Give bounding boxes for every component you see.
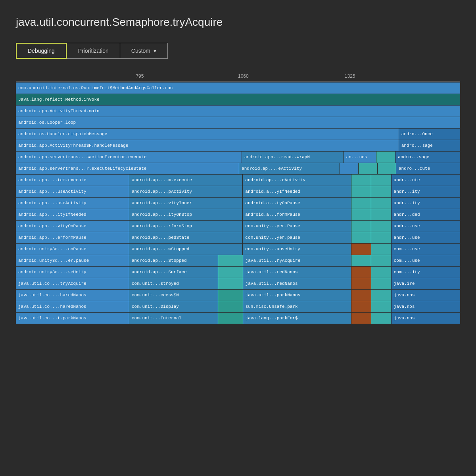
list-item[interactable]: Java.lang.reflect.Method.invoke xyxy=(16,94,460,105)
list-item[interactable] xyxy=(218,267,243,278)
list-item[interactable]: android.unity3d....er.pause xyxy=(16,255,129,266)
list-item[interactable]: com.unity...yer.pause xyxy=(243,232,351,243)
list-item[interactable]: com....use xyxy=(392,244,460,255)
list-item[interactable]: java.util.co....haredNanos xyxy=(16,301,129,312)
list-item[interactable]: java.ire xyxy=(392,278,460,289)
list-item[interactable] xyxy=(371,278,391,289)
list-item[interactable]: com.unit...stroyed xyxy=(129,278,218,289)
list-item[interactable]: android.app....vityOnPause xyxy=(16,221,129,232)
list-item[interactable] xyxy=(371,209,391,220)
list-item[interactable]: android.a...yIfNeeded xyxy=(243,186,351,197)
list-item[interactable] xyxy=(371,175,391,186)
list-item[interactable] xyxy=(351,313,371,324)
list-item[interactable] xyxy=(218,313,243,324)
list-item[interactable]: android.app.ActivityThread.main xyxy=(16,106,460,117)
list-item[interactable] xyxy=(371,290,391,301)
list-item[interactable]: andr...ded xyxy=(392,209,460,220)
list-item[interactable]: java.util...ryAcquire xyxy=(243,255,351,266)
list-item[interactable]: android.app.servertrans...sactionExecuto… xyxy=(16,152,242,163)
list-item[interactable]: android.a...tyOnPause xyxy=(243,198,351,209)
list-item[interactable]: andro...Once xyxy=(399,129,460,140)
list-item[interactable] xyxy=(371,255,391,266)
list-item[interactable] xyxy=(351,290,371,301)
list-item[interactable] xyxy=(371,232,391,243)
list-item[interactable]: android.app....erformPause xyxy=(16,232,129,243)
list-item[interactable]: com.android.internal.os.RuntimeInit$Meth… xyxy=(16,83,460,94)
list-item[interactable]: android.unity3d....onPause xyxy=(16,244,129,255)
list-item[interactable] xyxy=(378,163,396,174)
list-item[interactable]: sun.misc.Unsafe.park xyxy=(243,301,351,312)
list-item[interactable]: andr...use xyxy=(392,232,460,243)
tab-custom[interactable]: Custom ▾ xyxy=(120,43,168,59)
list-item[interactable]: android.ap....vityInner xyxy=(129,198,242,209)
list-item[interactable]: andr...ity xyxy=(392,186,460,197)
list-item[interactable] xyxy=(371,244,391,255)
list-item[interactable] xyxy=(351,209,371,220)
list-item[interactable]: an...nos xyxy=(344,152,376,163)
list-item[interactable] xyxy=(218,290,243,301)
list-item[interactable] xyxy=(351,175,371,186)
list-item[interactable]: com.unity...auseUnity xyxy=(243,244,351,255)
list-item[interactable]: android.app.ActivityThread$H.handleMessa… xyxy=(16,140,399,151)
list-item[interactable]: android.ap....m.execute xyxy=(129,175,242,186)
list-item[interactable] xyxy=(351,278,371,289)
list-item[interactable]: andro...sage xyxy=(395,152,460,163)
list-item[interactable]: java.util...parkNanos xyxy=(243,290,351,301)
list-item[interactable]: com.unit...Internal xyxy=(129,313,218,324)
list-item[interactable] xyxy=(351,255,371,266)
list-item[interactable]: android.app....ityIfNeeded xyxy=(16,209,129,220)
list-item[interactable] xyxy=(351,186,371,197)
list-item[interactable]: android.ap....pActivity xyxy=(129,186,242,197)
list-item[interactable]: android.ap....rformStop xyxy=(129,221,242,232)
list-item[interactable]: java.util.co...t.parkNanos xyxy=(16,313,129,324)
list-item[interactable]: com.unity...yer.Pause xyxy=(243,221,351,232)
list-item[interactable]: com....ity xyxy=(392,267,460,278)
tab-debugging[interactable]: Debugging xyxy=(16,43,67,59)
list-item[interactable] xyxy=(218,301,243,312)
list-item[interactable] xyxy=(351,301,371,312)
list-item[interactable]: android.os.Handler.dispatchMessage xyxy=(16,129,399,140)
list-item[interactable]: android.app...read.-wrapN xyxy=(242,152,344,163)
tab-prioritization[interactable]: Prioritization xyxy=(67,43,120,59)
list-item[interactable]: andro...cute xyxy=(396,163,460,174)
list-item[interactable]: android.unity3d....seUnity xyxy=(16,267,129,278)
list-item[interactable] xyxy=(371,301,391,312)
list-item[interactable]: andro...sage xyxy=(399,140,460,151)
list-item[interactable]: java.util.co....haredNanos xyxy=(16,290,129,301)
list-item[interactable] xyxy=(359,163,377,174)
list-item[interactable]: com.unit...ccess$N xyxy=(129,290,218,301)
list-item[interactable]: java.nos xyxy=(392,301,460,312)
list-item[interactable] xyxy=(371,313,391,324)
list-item[interactable] xyxy=(351,244,371,255)
list-item[interactable]: andr...ity xyxy=(392,198,460,209)
list-item[interactable] xyxy=(218,278,243,289)
list-item[interactable]: android.a...formPause xyxy=(243,209,351,220)
list-item[interactable] xyxy=(351,198,371,209)
list-item[interactable] xyxy=(371,198,391,209)
list-item[interactable] xyxy=(351,232,371,243)
list-item[interactable] xyxy=(351,267,371,278)
list-item[interactable]: com.unit...Display xyxy=(129,301,218,312)
list-item[interactable] xyxy=(376,152,395,163)
list-item[interactable]: andr...use xyxy=(392,221,460,232)
list-item[interactable] xyxy=(218,255,243,266)
list-item[interactable]: java.util...redNanos xyxy=(243,278,351,289)
list-item[interactable]: java.util.co....tryAcquire xyxy=(16,278,129,289)
list-item[interactable]: android.ap....pedState xyxy=(129,232,242,243)
list-item[interactable]: java.util...redNanos xyxy=(243,267,351,278)
list-item[interactable] xyxy=(351,221,371,232)
list-item[interactable]: com....use xyxy=(392,255,460,266)
list-item[interactable]: android.ap....Surface xyxy=(129,267,218,278)
list-item[interactable]: android.ap....ityOnStop xyxy=(129,209,242,220)
list-item[interactable]: android.ap....wStopped xyxy=(129,244,242,255)
list-item[interactable] xyxy=(371,186,391,197)
list-item[interactable]: android.ap....Stopped xyxy=(129,255,218,266)
list-item[interactable] xyxy=(340,163,358,174)
list-item[interactable] xyxy=(371,221,391,232)
list-item[interactable]: android.app.servertrans...r.executeLifec… xyxy=(16,163,239,174)
list-item[interactable]: java.lang...parkFor$ xyxy=(243,313,351,324)
list-item[interactable]: java.nos xyxy=(392,313,460,324)
list-item[interactable]: android.app....tem.execute xyxy=(16,175,129,186)
list-item[interactable]: android.app....useActivity xyxy=(16,198,129,209)
list-item[interactable]: java.nos xyxy=(392,290,460,301)
